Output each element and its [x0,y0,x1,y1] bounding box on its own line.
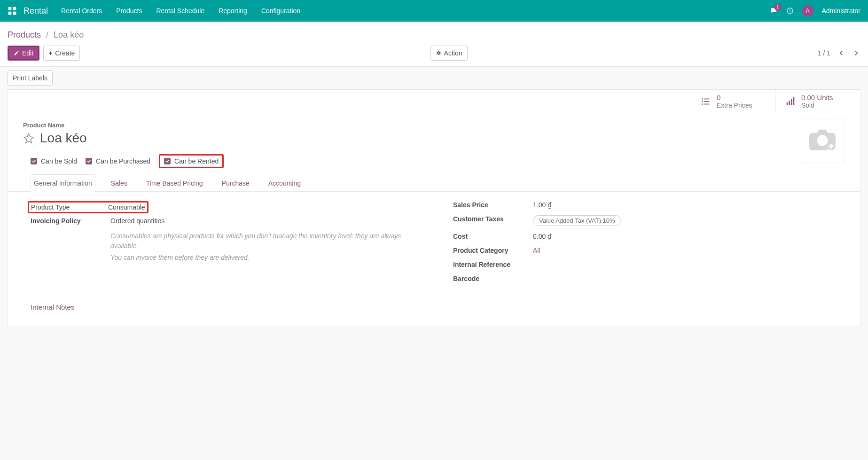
menu-rental-orders[interactable]: Rental Orders [61,7,102,15]
field-label: Internal Reference [453,261,533,268]
username[interactable]: Administrator [822,7,860,15]
product-name: Loa kéo [40,131,87,146]
messages-badge: 1 [774,4,782,10]
bars-icon [785,96,796,107]
field-label: Cost [453,233,533,240]
menu-rental-schedule[interactable]: Rental Schedule [156,7,204,15]
top-nav: Rental Rental Orders Products Rental Sch… [0,0,868,22]
field-value: Value Added Tax (VAT) 10% [533,215,837,226]
print-labels-button[interactable]: Print Labels [8,70,53,86]
tab-sales[interactable]: Sales [108,174,131,192]
stat-label: Extra Prices [717,101,752,109]
stat-extra-prices[interactable]: 0 Extra Prices [691,90,775,113]
stat-value: 0 [717,94,752,101]
svg-point-9 [702,103,703,105]
field-value [533,275,837,282]
svg-rect-0 [8,7,12,10]
control-bar: Products / Loa kéo Edit + Create Action … [0,22,868,67]
field-product-category: Product Category All [453,247,837,254]
stat-value: 0.00 Units [801,94,833,101]
star-icon[interactable] [23,133,34,144]
stat-bar: 0 Extra Prices 0.00 Units Sold [8,90,860,113]
field-label: Barcode [453,275,533,282]
pager: 1 / 1 [818,49,830,57]
field-value: 1.00 ₫ [533,201,837,209]
tab-accounting[interactable]: Accounting [265,174,304,192]
product-image-placeholder[interactable] [800,118,845,163]
tab-purchase[interactable]: Purchase [219,174,253,192]
field-value[interactable]: All [533,247,837,254]
check-icon [86,159,91,164]
svg-rect-11 [787,102,788,105]
chevron-right-icon [852,49,860,57]
stat-sold[interactable]: 0.00 Units Sold [775,90,860,113]
breadcrumb-root[interactable]: Products [8,30,41,39]
tax-tag[interactable]: Value Added Tax (VAT) 10% [533,215,621,226]
app-brand[interactable]: Rental [23,6,48,16]
apps-icon[interactable] [8,6,17,16]
main-menu: Rental Orders Products Rental Schedule R… [61,7,769,15]
stat-label: Sold [801,101,833,109]
field-value: 0.00 ₫ [533,233,837,240]
svg-point-7 [702,101,703,102]
menu-configuration[interactable]: Configuration [261,7,300,15]
tabs: General Information Sales Time Based Pri… [8,174,860,192]
chevron-left-icon [837,49,845,57]
field-value: Ordered quantities [110,217,415,225]
tab-time-based-pricing[interactable]: Time Based Pricing [143,174,206,192]
svg-rect-14 [793,97,795,105]
gear-icon [436,50,441,56]
camera-plus-icon [809,129,836,152]
svg-rect-12 [789,101,790,105]
internal-notes-section: Internal Notes [8,303,860,327]
plus-icon: + [48,49,52,57]
field-label: Invoicing Policy [31,217,110,225]
internal-notes-title: Internal Notes [31,303,837,315]
list-icon [701,96,711,107]
field-label: Product Type [31,203,108,211]
activity-icon[interactable] [786,7,794,15]
field-value: Consumable [108,203,145,211]
field-sales-price: Sales Price 1.00 ₫ [453,201,837,209]
form-sheet: 0 Extra Prices 0.00 Units Sold Product N… [8,89,860,327]
edit-button[interactable]: Edit [8,46,39,61]
prev-page[interactable] [837,49,845,57]
svg-rect-1 [13,7,16,10]
check-icon [165,159,170,164]
breadcrumb: Products / Loa kéo [8,25,860,46]
field-value [533,261,837,268]
svg-point-5 [702,98,703,100]
check-can-be-sold[interactable]: Can be Sold [31,157,77,165]
form-grid: Product Type Consumable Invoicing Policy… [8,192,860,303]
print-row: Print Labels [0,67,868,89]
product-name-label: Product Name [23,122,845,129]
action-button[interactable]: Action [430,46,468,61]
field-barcode: Barcode [453,275,837,282]
field-label: Product Category [453,247,533,254]
field-cost: Cost 0.00 ₫ [453,233,837,240]
messages-icon[interactable]: 1 [769,7,778,15]
svg-rect-13 [791,99,792,105]
field-label: Sales Price [453,201,533,209]
menu-reporting[interactable]: Reporting [219,7,247,15]
field-internal-reference: Internal Reference [453,261,837,268]
create-button[interactable]: + Create [43,46,80,61]
avatar[interactable]: A [802,5,813,16]
help-text: You can invoice them before they are del… [110,253,415,263]
svg-rect-10 [704,103,709,104]
field-product-type: Product Type Consumable [28,201,149,213]
option-checks: Can be Sold Can be Purchased Can be Rent… [8,146,860,174]
svg-rect-2 [8,12,12,15]
breadcrumb-current: Loa kéo [54,30,84,39]
svg-rect-6 [704,98,709,99]
check-icon [31,159,36,164]
pencil-icon [14,50,19,56]
field-label: Customer Taxes [453,215,533,226]
next-page[interactable] [852,49,860,57]
check-can-be-rented[interactable]: Can be Rented [159,154,224,168]
menu-products[interactable]: Products [116,7,142,15]
svg-rect-3 [13,12,16,15]
svg-rect-8 [704,101,709,102]
tab-general-information[interactable]: General Information [31,174,95,192]
check-can-be-purchased[interactable]: Can be Purchased [86,157,150,165]
